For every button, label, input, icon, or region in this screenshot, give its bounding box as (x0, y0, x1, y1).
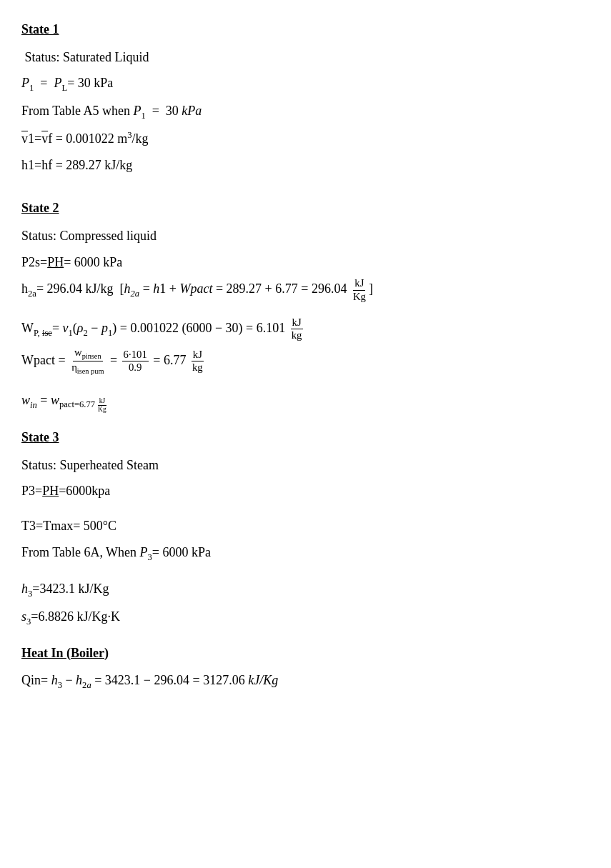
state3-section: State 3 Status: Superheated Steam P3=PH=… (21, 426, 590, 629)
state1-title: State 1 (21, 19, 590, 41)
heat-in-title: Heat In (Boiler) (21, 642, 590, 664)
heat-in-section: Heat In (Boiler) Qin= h3 − h2a = 3423.1 … (21, 642, 590, 694)
state1-table-note: From Table A5 when P1 = 30 kPa (21, 100, 590, 124)
state1-status: Status: Saturated Liquid (21, 46, 590, 69)
heat-in-qin: Qin= h3 − h2a = 3423.1 − 296.04 = 3127.0… (21, 669, 590, 693)
state2-pressure: P2s=PH= 6000 kPa (21, 251, 590, 274)
state2-wp-ise: WP, ise= v1(ρ2 − p1) = 0.001022 (6000 − … (21, 316, 590, 342)
state3-temp: T3=Tmax= 500°C (21, 515, 590, 537)
state3-s3: s3=6.8826 kJ/Kg·K (21, 606, 590, 629)
state2-win: win = wpact=6.77kJKg (21, 389, 590, 414)
state2-section: State 2 Status: Compressed liquid P2s=PH… (21, 197, 590, 414)
state1-pressure: P1 = PL= 30 kPa (21, 72, 590, 96)
state1-section: State 1 Status: Saturated Liquid P1 = PL… (21, 19, 590, 176)
state2-title: State 2 (21, 197, 590, 219)
state1-h: h1=hf = 289.27 kJ/kg (21, 154, 590, 176)
state3-table-note: From Table 6A, When P3= 6000 kPa (21, 542, 590, 565)
state3-h3: h3=3423.1 kJ/Kg (21, 578, 590, 602)
state3-status: Status: Superheated Steam (21, 454, 590, 477)
state2-h2a: h2a= 296.04 kJ/kg [h2a = h1 + Wpact = 28… (21, 277, 590, 303)
state1-v: v1=vf = 0.001022 m3/kg (21, 128, 590, 150)
state3-title: State 3 (21, 426, 590, 449)
state2-status: Status: Compressed liquid (21, 225, 590, 247)
state2-wpact: Wpact = wpinsen ηisen pum = 6·101 0.9 = … (21, 346, 590, 376)
state3-pressure: P3=PH=6000kpa (21, 480, 590, 502)
